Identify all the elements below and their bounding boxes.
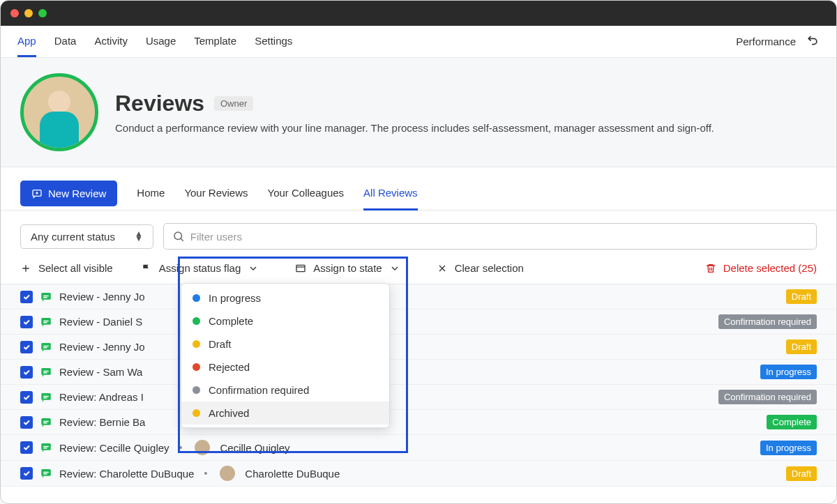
select-all-visible-button[interactable]: Select all visible — [20, 262, 113, 274]
topnav-item-usage[interactable]: Usage — [146, 26, 176, 56]
row-checkbox[interactable] — [20, 441, 33, 454]
chat-plus-icon — [31, 188, 43, 199]
review-row[interactable]: Review - Jenny JoDraft — [1, 284, 836, 310]
svg-rect-11 — [43, 347, 47, 349]
undo-icon[interactable] — [806, 33, 820, 50]
row-checkbox[interactable] — [20, 291, 33, 303]
assignee-name: Cecille Quigley — [220, 442, 289, 454]
topnav-item-template[interactable]: Template — [194, 26, 236, 56]
review-row[interactable]: Review - Sam WaIn progress — [1, 360, 836, 385]
status-dot-icon — [193, 409, 200, 417]
dropdown-item-archived[interactable]: Archived — [181, 402, 389, 425]
row-checkbox[interactable] — [20, 316, 33, 328]
sort-icon: ▲▼ — [135, 231, 143, 241]
page-description: Conduct a performance review with your l… — [115, 122, 714, 134]
chat-icon — [40, 391, 52, 404]
subnav-item-your-colleagues[interactable]: Your Colleagues — [268, 177, 345, 210]
svg-rect-8 — [43, 322, 47, 323]
svg-point-1 — [174, 232, 182, 240]
svg-rect-20 — [43, 422, 47, 424]
window-titlebar — [1, 1, 836, 26]
subnav-item-all-reviews[interactable]: All Reviews — [363, 177, 418, 211]
dropdown-item-rejected[interactable]: Rejected — [181, 356, 389, 379]
status-badge: Confirmation required — [718, 314, 817, 329]
review-title: Review - Daniel S — [59, 316, 142, 328]
review-row[interactable]: Review: Charolette DuBuque•Charolette Du… — [1, 461, 836, 487]
separator-icon: • — [179, 442, 183, 453]
window-close-button[interactable] — [10, 9, 19, 17]
dropdown-item-label: Rejected — [209, 361, 250, 373]
svg-rect-14 — [43, 372, 47, 374]
layout-icon — [295, 263, 306, 274]
status-select-label: Any current status — [31, 231, 115, 243]
new-review-button[interactable]: New Review — [20, 181, 117, 206]
dropdown-item-confirmation-required[interactable]: Confirmation required — [181, 379, 389, 402]
row-checkbox[interactable] — [20, 366, 33, 379]
review-row[interactable]: Review: Cecille Quigley•Cecille QuigleyI… — [1, 435, 836, 461]
search-icon — [172, 230, 185, 243]
status-badge: Draft — [786, 466, 817, 481]
chat-icon — [40, 467, 52, 480]
status-dot-icon — [193, 317, 200, 325]
row-checkbox[interactable] — [20, 467, 33, 480]
filter-bar: Any current status ▲▼ — [1, 211, 836, 262]
clear-selection-button[interactable]: Clear selection — [437, 262, 524, 274]
chevron-down-icon — [389, 263, 400, 274]
review-title: Review: Cecille Quigley — [59, 442, 169, 454]
status-select[interactable]: Any current status ▲▼ — [20, 224, 153, 249]
separator-icon: • — [204, 468, 207, 479]
trash-icon — [705, 263, 716, 274]
topnav-item-data[interactable]: Data — [54, 26, 77, 56]
svg-rect-5 — [43, 297, 47, 298]
subnav-item-your-reviews[interactable]: Your Reviews — [184, 177, 248, 210]
owner-badge: Owner — [214, 96, 253, 111]
chat-icon — [40, 341, 52, 353]
svg-rect-10 — [43, 345, 49, 346]
review-row[interactable]: Review - Jenny JoDraft — [1, 335, 836, 360]
review-row[interactable]: Review: Andreas IConfirmation required — [1, 385, 836, 410]
svg-rect-7 — [43, 320, 49, 321]
x-icon — [437, 263, 448, 274]
dropdown-item-draft[interactable]: Draft — [181, 333, 389, 356]
search-input-wrap[interactable] — [163, 223, 817, 250]
review-row[interactable]: Review - Daniel SConfirmation required — [1, 310, 836, 335]
review-title: Review - Jenny Jo — [59, 341, 145, 353]
status-dot-icon — [193, 294, 200, 302]
chevron-down-icon — [248, 263, 259, 274]
status-badge: Confirmation required — [718, 390, 817, 404]
chat-icon — [40, 316, 52, 328]
review-title: Review: Bernie Ba — [59, 416, 145, 428]
bulk-actions-bar: Select all visible Assign status flag As… — [1, 262, 836, 284]
dropdown-item-in-progress[interactable]: In progress — [181, 287, 389, 310]
svg-rect-4 — [43, 295, 49, 296]
status-badge: In progress — [760, 441, 817, 455]
row-checkbox[interactable] — [20, 341, 33, 353]
search-input[interactable] — [185, 225, 808, 248]
row-checkbox[interactable] — [20, 391, 33, 404]
topnav-item-activity[interactable]: Activity — [94, 26, 128, 56]
window-minimize-button[interactable] — [24, 9, 33, 17]
dropdown-item-label: Complete — [209, 315, 253, 327]
assign-to-state-button[interactable]: Assign to state — [295, 262, 400, 274]
review-title: Review - Sam Wa — [59, 366, 142, 378]
row-checkbox[interactable] — [20, 416, 33, 429]
chat-icon — [40, 416, 52, 429]
subnav-item-home[interactable]: Home — [137, 177, 165, 210]
sub-nav: New Review HomeYour ReviewsYour Colleagu… — [1, 167, 836, 211]
review-row[interactable]: Review: Bernie BaComplete — [1, 410, 836, 435]
status-dot-icon — [193, 363, 200, 371]
dropdown-item-label: Draft — [209, 338, 232, 350]
status-flag-dropdown: In progressCompleteDraftRejectedConfirma… — [181, 283, 390, 428]
assignee-name: Charolette DuBuque — [245, 468, 340, 480]
delete-selected-button[interactable]: Delete selected (25) — [705, 262, 817, 274]
window-maximize-button[interactable] — [38, 9, 47, 17]
svg-rect-23 — [43, 448, 47, 449]
topnav-item-app[interactable]: App — [17, 26, 36, 57]
topnav-item-settings[interactable]: Settings — [255, 26, 292, 56]
plus-icon — [20, 263, 31, 274]
assignee-avatar — [220, 466, 235, 481]
assign-status-flag-button[interactable]: Assign status flag — [141, 262, 259, 274]
svg-rect-16 — [43, 395, 49, 397]
dropdown-item-complete[interactable]: Complete — [181, 310, 389, 333]
performance-link[interactable]: Performance — [736, 36, 796, 47]
